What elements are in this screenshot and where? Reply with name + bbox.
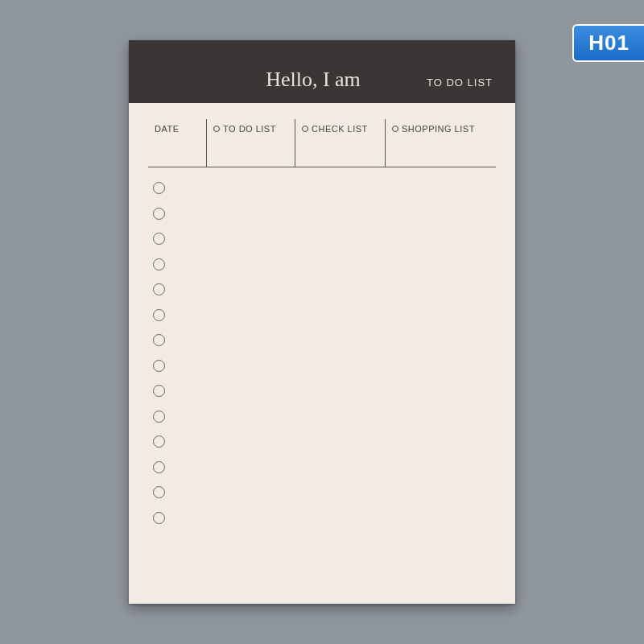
bullet-circle-icon <box>153 258 165 270</box>
column-check: CHECK LIST <box>295 119 385 167</box>
notepad-subtitle: TO DO LIST <box>427 76 493 92</box>
bullet-circle-icon <box>153 233 165 245</box>
bullet-circle-icon <box>153 309 165 321</box>
notepad: Hello, I am TO DO LIST DATE TO DO LIST C… <box>129 40 515 604</box>
bullet-row <box>153 208 496 220</box>
bullet-row <box>153 283 496 295</box>
column-date-label: DATE <box>155 124 180 134</box>
column-todo: TO DO LIST <box>206 119 295 167</box>
column-date: DATE <box>148 119 206 167</box>
column-check-label: CHECK LIST <box>312 124 368 134</box>
bullet-circle-icon <box>153 283 165 295</box>
notepad-title: Hello, I am <box>200 68 427 92</box>
variant-badge: H01 <box>572 24 644 62</box>
column-shopping-label: SHOPPING LIST <box>402 124 475 134</box>
circle-icon <box>302 126 308 132</box>
circle-icon <box>392 126 398 132</box>
bullet-row <box>153 182 496 194</box>
bullet-circle-icon <box>153 411 165 423</box>
bullet-circle-icon <box>153 182 165 194</box>
bullet-circle-icon <box>153 334 165 346</box>
bullet-row <box>153 309 496 321</box>
column-headers: DATE TO DO LIST CHECK LIST SHOPPING LIST <box>148 119 496 167</box>
bullet-circle-icon <box>153 385 165 397</box>
column-shopping: SHOPPING LIST <box>385 119 496 167</box>
notepad-header: Hello, I am TO DO LIST <box>129 40 515 103</box>
bullet-circle-icon <box>153 208 165 220</box>
variant-badge-label: H01 <box>588 31 630 55</box>
bullet-row <box>153 385 496 397</box>
bullet-circle-icon <box>153 486 165 498</box>
bullet-row <box>153 486 496 498</box>
bullet-circle-icon <box>153 360 165 372</box>
column-todo-label: TO DO LIST <box>223 124 276 134</box>
circle-icon <box>213 126 220 132</box>
bullet-circle-icon <box>153 512 165 524</box>
bullet-row <box>153 461 496 473</box>
bullet-row <box>153 334 496 346</box>
bullet-circle-icon <box>153 461 165 473</box>
bullet-row <box>153 512 496 524</box>
bullet-row <box>153 411 496 423</box>
bullet-row <box>153 258 496 270</box>
bullet-row <box>153 436 496 448</box>
bullet-row <box>153 360 496 372</box>
bullet-list <box>129 167 515 524</box>
bullet-row <box>153 233 496 245</box>
bullet-circle-icon <box>153 436 165 448</box>
